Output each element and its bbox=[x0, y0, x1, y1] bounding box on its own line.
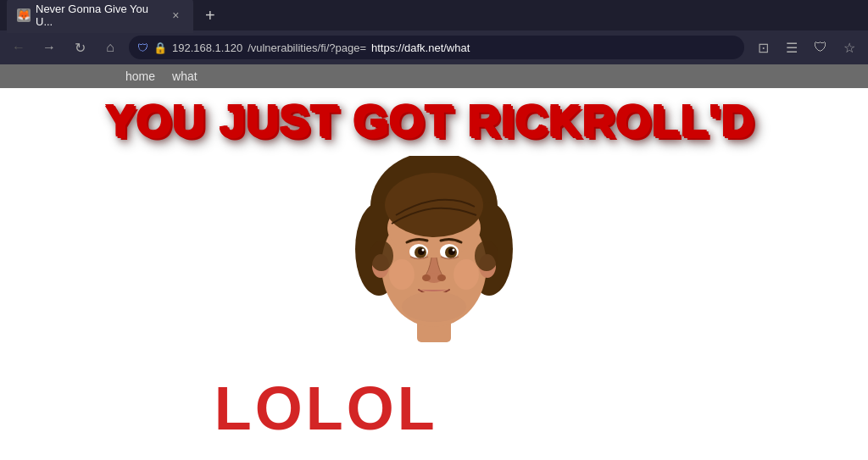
tab-title: Never Gonna Give You U... bbox=[36, 3, 164, 28]
svg-point-19 bbox=[389, 259, 415, 290]
lock-icon: 🔒 bbox=[153, 42, 167, 54]
title-bar: 🦊 Never Gonna Give You U... × + bbox=[0, 0, 868, 30]
home-button[interactable]: ⌂ bbox=[98, 36, 122, 59]
forward-button[interactable]: → bbox=[37, 36, 61, 59]
svg-point-17 bbox=[437, 274, 446, 281]
svg-point-18 bbox=[402, 291, 466, 322]
site-nav: home what bbox=[0, 64, 868, 88]
url-bar[interactable]: 🛡 🔒 192.168.1.120 /vulnerabilities/fi/?p… bbox=[129, 36, 744, 59]
browser-tab[interactable]: 🦊 Never Gonna Give You U... × bbox=[7, 0, 193, 33]
tab-favicon: 🦊 bbox=[17, 8, 31, 22]
rickroll-text: YOU JUST GOT RICKROLL'D bbox=[105, 95, 754, 146]
reload-button[interactable]: ↻ bbox=[68, 36, 92, 59]
main-content: YOU JUST GOT RICKROLL'D bbox=[0, 88, 868, 460]
new-tab-button[interactable]: + bbox=[200, 6, 220, 25]
close-tab-button[interactable]: × bbox=[169, 8, 183, 23]
reader-view-icon[interactable]: ⊡ bbox=[751, 36, 775, 59]
rick-astley-image bbox=[349, 156, 519, 342]
more-options-icon[interactable]: ☰ bbox=[780, 36, 804, 59]
svg-point-20 bbox=[453, 259, 479, 290]
security-icon: 🛡 bbox=[137, 42, 148, 54]
rick-svg bbox=[349, 156, 519, 342]
svg-point-23 bbox=[370, 241, 393, 271]
svg-point-14 bbox=[453, 249, 455, 252]
svg-point-6 bbox=[385, 173, 483, 237]
svg-point-16 bbox=[422, 274, 431, 281]
url-suffix: https://dafk.net/what bbox=[371, 42, 470, 54]
nav-home[interactable]: home bbox=[119, 68, 162, 85]
toolbar-icons: ⊡ ☰ 🛡 ☆ bbox=[751, 36, 861, 59]
bookmark-icon[interactable]: ☆ bbox=[837, 36, 861, 59]
page-content-wrapper: YOU JUST GOT RICKROLL'D bbox=[0, 88, 868, 460]
back-button[interactable]: ← bbox=[7, 36, 31, 59]
nav-what[interactable]: what bbox=[165, 68, 204, 85]
lolol-text: LOLOL bbox=[214, 374, 438, 443]
url-prefix: 192.168.1.120 bbox=[172, 42, 242, 54]
url-path: /vulnerabilities/fi/?page= bbox=[248, 42, 366, 54]
rickroll-banner: YOU JUST GOT RICKROLL'D bbox=[0, 95, 868, 146]
shield-toolbar-icon[interactable]: 🛡 bbox=[809, 36, 832, 59]
address-bar: ← → ↻ ⌂ 🛡 🔒 192.168.1.120 /vulnerabiliti… bbox=[0, 30, 868, 64]
svg-point-24 bbox=[475, 241, 498, 271]
svg-point-13 bbox=[422, 249, 425, 252]
